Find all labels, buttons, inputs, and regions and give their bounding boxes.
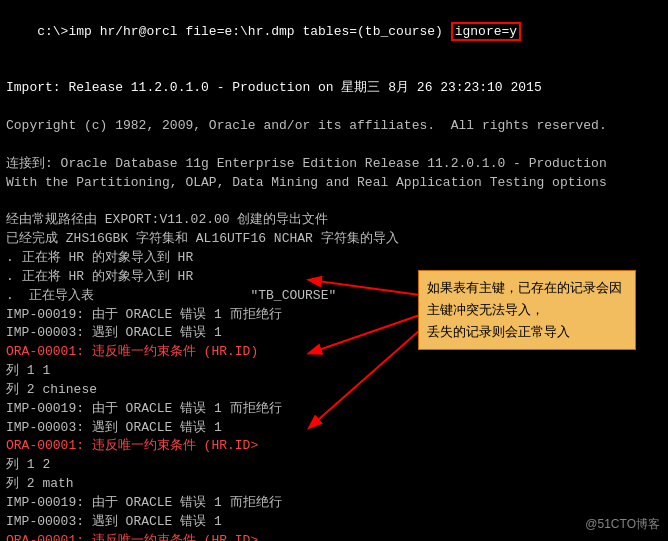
output-line-25: IMP-00003: 遇到 ORACLE 错误 1 [6,513,662,532]
command-line: c:\>imp hr/hr@orcl file=e:\hr.dmp tables… [6,4,662,61]
output-ora3: ORA-00001: 违反唯一约束条件 (HR.ID> [6,532,662,541]
output-line-23: 列 2 math [6,475,662,494]
output-line-2: Import: Release 11.2.0.1.0 - Production … [6,79,662,98]
output-line-20: IMP-00003: 遇到 ORACLE 错误 1 [6,419,662,438]
output-line-24: IMP-00019: 由于 ORACLE 错误 1 而拒绝行 [6,494,662,513]
output-line-4: Copyright (c) 1982, 2009, Oracle and/or … [6,117,662,136]
output-line-1 [6,61,662,80]
command-prefix: c:\>imp hr/hr@orcl file=e:\hr.dmp tables… [37,24,450,39]
output-line-5 [6,136,662,155]
annotation-popup: 如果表有主键，已存在的记录会因主键冲突无法导入，丢失的记录则会正常导入 [418,270,636,350]
output-line-10: 已经完成 ZHS16GBK 字符集和 AL16UTF16 NCHAR 字符集的导… [6,230,662,249]
output-line-17: 列 1 1 [6,362,662,381]
command-highlight: ignore=y [451,22,521,41]
output-line-19: IMP-00019: 由于 ORACLE 错误 1 而拒绝行 [6,400,662,419]
output-line-18: 列 2 chinese [6,381,662,400]
output-line-6: 连接到: Oracle Database 11g Enterprise Edit… [6,155,662,174]
terminal-window: c:\>imp hr/hr@orcl file=e:\hr.dmp tables… [0,0,668,541]
output-line-11: . 正在将 HR 的对象导入到 HR [6,249,662,268]
output-line-8 [6,192,662,211]
watermark: @51CTO博客 [585,516,660,533]
output-line-22: 列 1 2 [6,456,662,475]
output-line-7: With the Partitioning, OLAP, Data Mining… [6,174,662,193]
output-line-3 [6,98,662,117]
annotation-text: 如果表有主键，已存在的记录会因主键冲突无法导入，丢失的记录则会正常导入 [427,280,622,339]
output-ora2: ORA-00001: 违反唯一约束条件 (HR.ID> [6,437,662,456]
output-line-9: 经由常规路径由 EXPORT:V11.02.00 创建的导出文件 [6,211,662,230]
